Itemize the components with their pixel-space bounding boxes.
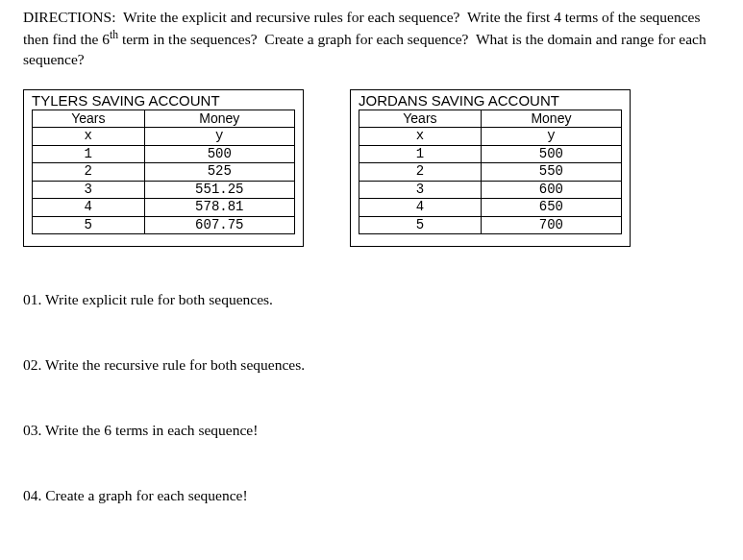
table-row: Years Money — [359, 110, 622, 128]
cell-x: 5 — [359, 216, 482, 234]
table-row: 3 600 — [359, 181, 622, 199]
col-sub-x: x — [33, 128, 145, 146]
col-header-years: Years — [33, 110, 145, 128]
cell-y: 607.75 — [144, 216, 294, 234]
cell-x: 4 — [359, 199, 482, 217]
col-header-money: Money — [144, 110, 294, 128]
table-row: 5 700 — [359, 216, 622, 234]
tylers-account-title: TYLERS SAVING ACCOUNT — [32, 92, 295, 110]
col-sub-x: x — [359, 128, 482, 146]
jordans-account-title: JORDANS SAVING ACCOUNT — [359, 92, 622, 110]
cell-y: 551.25 — [144, 181, 294, 199]
table-row: x y — [33, 128, 295, 146]
directions-text: Write the explicit and recursive rules f… — [23, 9, 706, 67]
col-sub-y: y — [481, 128, 621, 146]
cell-y: 650 — [481, 199, 621, 217]
cell-x: 2 — [359, 163, 482, 182]
table-row: 1 500 — [359, 145, 622, 163]
question-04: 04. Create a graph for each sequence! — [23, 487, 724, 504]
tables-container: TYLERS SAVING ACCOUNT Years Money x y 1 … — [23, 89, 724, 248]
cell-x: 3 — [33, 181, 145, 199]
table-row: 3 551.25 — [33, 181, 295, 199]
table-row: 2 525 — [33, 163, 295, 182]
questions-list: 01. Write explicit rule for both sequenc… — [23, 291, 724, 504]
cell-x: 2 — [33, 163, 145, 182]
cell-x: 1 — [359, 145, 482, 163]
cell-y: 525 — [144, 163, 294, 182]
question-03: 03. Write the 6 terms in each sequence! — [23, 422, 724, 439]
tylers-account-box: TYLERS SAVING ACCOUNT Years Money x y 1 … — [23, 89, 304, 248]
table-row: 4 578.81 — [33, 199, 295, 217]
cell-x: 1 — [33, 145, 145, 163]
table-row: 5 607.75 — [33, 216, 295, 234]
col-sub-y: y — [144, 128, 294, 146]
table-row: 2 550 — [359, 163, 622, 182]
table-row: Years Money — [33, 110, 295, 128]
directions-label: DIRECTIONS: — [23, 9, 115, 25]
cell-y: 600 — [481, 181, 621, 199]
tylers-account-table: Years Money x y 1 500 2 525 3 551.25 4 5… — [32, 110, 295, 235]
cell-y: 578.81 — [144, 199, 294, 217]
jordans-account-table: Years Money x y 1 500 2 550 3 600 4 650 — [359, 110, 622, 235]
cell-x: 5 — [33, 216, 145, 234]
cell-y: 700 — [481, 216, 621, 234]
cell-y: 550 — [481, 163, 621, 182]
cell-y: 500 — [144, 145, 294, 163]
directions-block: DIRECTIONS: Write the explicit and recur… — [23, 8, 724, 70]
cell-x: 3 — [359, 181, 482, 199]
cell-x: 4 — [33, 199, 145, 217]
table-row: x y — [359, 128, 622, 146]
cell-y: 500 — [481, 145, 621, 163]
jordans-account-box: JORDANS SAVING ACCOUNT Years Money x y 1… — [350, 89, 631, 248]
table-row: 4 650 — [359, 199, 622, 217]
question-01: 01. Write explicit rule for both sequenc… — [23, 291, 724, 308]
col-header-years: Years — [359, 110, 482, 128]
question-02: 02. Write the recursive rule for both se… — [23, 356, 724, 374]
col-header-money: Money — [481, 110, 621, 128]
table-row: 1 500 — [33, 145, 295, 163]
